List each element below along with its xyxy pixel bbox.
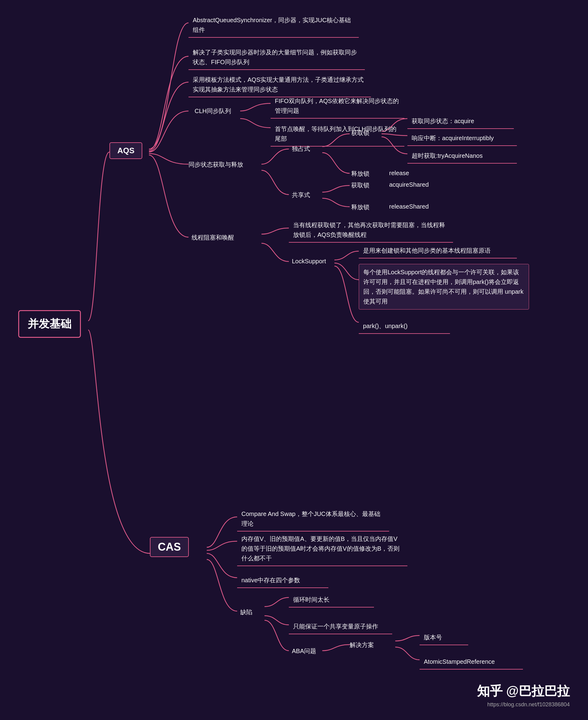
release-lock-exclusive: 释放锁 [351,170,370,178]
cas-desc2: 内存值V、旧的预期值A、要更新的值B，当且仅当内存值V的值等于旧的预期值A时才会… [237,531,407,566]
aqs-desc2: 解决了子类实现同步器时涉及的大量细节问题，例如获取同步状态、FIFO同步队列 [189,45,365,70]
thread-block-desc: 当有线程获取锁了，其他再次获取时需要阻塞，当线程释放锁后，AQS负责唤醒线程 [289,218,453,242]
aqs-desc1: AbstractQueuedSynchronizer，同步器，实现JUC核心基础… [189,13,359,38]
defect2: 只能保证一个共享变量原子操作 [289,619,392,634]
footer: 知乎 @巴拉巴拉 https://blog.csdn.net/f10283868… [477,683,570,708]
cas-node: CAS [150,537,189,557]
solution-label: 解决方案 [350,641,374,649]
clh-desc1: FIFO双向队列，AQS依赖它来解决同步状态的管理问题 [271,94,404,119]
acquire-shared-value: acquireShared [389,181,429,188]
exclusive-label: 独占式 [292,145,310,153]
center-node: 并发基础 [18,310,81,338]
acquire-lock-shared: 获取锁 [351,181,370,189]
release-lock-shared: 释放锁 [351,203,370,211]
acquire-state: 获取同步状态：acquire [407,114,514,129]
timeout-acquire: 超时获取:tryAcquireNanos [407,148,517,164]
clh-desc2: 首节点唤醒，等待队列加入到CLH同步队列的尾部 [271,122,404,147]
lock-support-desc2: 每个使用LockSupport的线程都会与一个许可关联，如果该许可可用，并且可在… [359,264,529,310]
defect-label: 缺陷 [240,608,252,616]
version-number: 版本号 [420,630,468,645]
footer-brand: 知乎 @巴拉巴拉 [477,683,570,700]
cas-desc1: Compare And Swap，整个JUC体系最核心、最基础理论 [237,507,389,531]
clh-label: CLH同步队列 [194,107,231,115]
shared-label: 共享式 [292,191,310,199]
acquire-lock-exclusive: 获取锁 [351,129,370,137]
interrupt-response: 响应中断：acquireInterruptibly [407,131,517,146]
cas-native: native中存在四个参数 [237,573,328,588]
lock-support-desc1: 是用来创建锁和其他同步类的基本线程阻塞原语 [359,243,517,258]
aba-label: ABA问题 [292,647,316,655]
defect1: 循环时间太长 [289,592,374,608]
sync-label: 同步状态获取与释放 [189,161,243,169]
footer-url: https://blog.csdn.net/f1028386804 [477,701,570,708]
aqs-node: AQS [109,142,142,159]
release-shared-value: releaseShared [389,203,429,210]
park-unpark: park()、unpark() [359,319,450,334]
lock-support-label: LockSupport [292,258,326,265]
thread-block-label: 线程阻塞和唤醒 [192,234,234,242]
release-value: release [389,170,409,177]
atomic-stamped: AtomicStampedReference [420,654,523,670]
